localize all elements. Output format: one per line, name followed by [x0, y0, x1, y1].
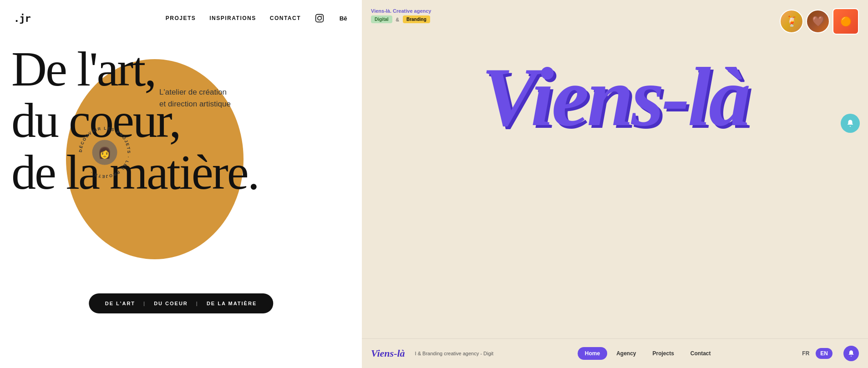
tag-branding[interactable]: Branding — [403, 15, 430, 23]
svg-text:Bē: Bē — [340, 15, 347, 22]
tag-ampersand: & — [396, 17, 399, 22]
notification-button[interactable] — [841, 114, 860, 133]
cta-part2: DU COEUR — [154, 301, 188, 306]
instagram-icon[interactable] — [315, 13, 325, 23]
cart-button[interactable] — [843, 346, 859, 361]
right-bottom-bar: Viens-là I & Branding creative agency - … — [362, 338, 868, 368]
photo-thumb-3: 🟠 — [832, 8, 859, 35]
left-headline: De l'art, du coeur, de la matière. — [11, 43, 362, 198]
right-top-info: Viens-là. Creative agency Digital & Bran… — [371, 8, 431, 23]
bottom-nav-home[interactable]: Home — [578, 347, 607, 360]
bottom-nav-projects[interactable]: Projects — [645, 347, 681, 360]
subtitle: L'atelier de création et direction artis… — [159, 86, 231, 110]
left-logo[interactable]: .jr — [14, 13, 30, 24]
svg-rect-0 — [316, 15, 324, 22]
bottom-logo[interactable]: Viens-là — [371, 348, 405, 359]
nav-contact[interactable]: CONTACT — [270, 15, 301, 21]
viens-la-heading: Viens-là — [362, 55, 868, 139]
bottom-nav-links: Home Agency Projects Contact — [505, 347, 790, 360]
right-tags: Digital & Branding — [371, 15, 431, 23]
cta-part1: DE L'ART — [105, 301, 135, 306]
right-panel: Viens-là. Creative agency Digital & Bran… — [362, 0, 868, 368]
left-nav-links: PROJETS INSPIRATIONS CONTACT Bē — [166, 13, 348, 23]
headline-line3: de la matière. — [11, 146, 362, 198]
cta-button[interactable]: DE L'ART | DU COEUR | DE LA MATIÈRE — [89, 293, 273, 313]
behance-icon[interactable]: Bē — [338, 13, 348, 23]
language-switcher: FR EN — [797, 348, 832, 359]
bottom-nav-agency[interactable]: Agency — [609, 347, 643, 360]
lang-fr[interactable]: FR — [797, 348, 814, 359]
nav-projets[interactable]: PROJETS — [166, 15, 196, 21]
bottom-nav-contact[interactable]: Contact — [683, 347, 718, 360]
right-big-text: Viens-là — [362, 55, 868, 139]
cta-sep2: | — [196, 301, 198, 306]
photo-thumb-2: 🤎 — [806, 10, 830, 33]
tag-digital[interactable]: Digital — [371, 15, 392, 23]
subtitle-line1: L'atelier de création — [159, 86, 231, 98]
cta-part3: DE LA MATIÈRE — [207, 301, 257, 306]
svg-point-2 — [321, 15, 322, 16]
left-navigation: .jr PROJETS INSPIRATIONS CONTACT Bē — [0, 0, 362, 36]
badge-photo: 👩 — [92, 140, 117, 165]
lang-en[interactable]: EN — [816, 348, 832, 359]
circle-badge[interactable]: DÉCOUVRIR LES PROJETS · LES PROJETS · 👩 — [75, 123, 134, 182]
photo-thumb-1: 🍹 — [780, 10, 803, 33]
left-panel: .jr PROJETS INSPIRATIONS CONTACT Bē De l… — [0, 0, 362, 368]
nav-inspirations[interactable]: INSPIRATIONS — [209, 15, 256, 21]
right-top-bar: Viens-là. Creative agency Digital & Bran… — [362, 0, 868, 36]
cta-sep1: | — [143, 301, 146, 306]
agency-label[interactable]: Viens-là. Creative agency — [371, 8, 431, 14]
bottom-tagline: I & Branding creative agency - Digit — [415, 351, 493, 356]
subtitle-line2: et direction artistique — [159, 98, 231, 110]
right-photos: 🍹 🤎 🟠 — [780, 8, 859, 35]
svg-point-1 — [318, 16, 321, 20]
